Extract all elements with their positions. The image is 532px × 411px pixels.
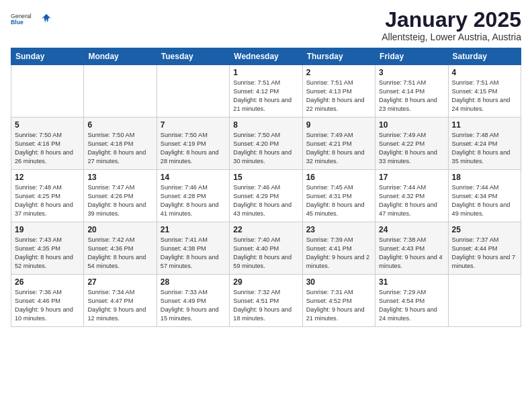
table-row bbox=[448, 275, 521, 327]
day-number: 16 bbox=[306, 173, 371, 182]
day-content: Sunrise: 7:49 AM Sunset: 4:21 PM Dayligh… bbox=[306, 131, 371, 166]
header: General Blue January 2025 Allentsteig, L… bbox=[11, 8, 521, 42]
day-content: Sunrise: 7:39 AM Sunset: 4:41 PM Dayligh… bbox=[306, 236, 371, 271]
day-number: 27 bbox=[87, 277, 152, 287]
day-number: 13 bbox=[87, 173, 152, 182]
table-row: 18Sunrise: 7:44 AM Sunset: 4:34 PM Dayli… bbox=[448, 170, 521, 222]
table-row: 7Sunrise: 7:50 AM Sunset: 4:19 PM Daylig… bbox=[157, 118, 229, 170]
table-row: 10Sunrise: 7:49 AM Sunset: 4:22 PM Dayli… bbox=[375, 118, 448, 170]
calendar-week-3: 12Sunrise: 7:48 AM Sunset: 4:25 PM Dayli… bbox=[11, 170, 521, 222]
table-row: 22Sunrise: 7:40 AM Sunset: 4:40 PM Dayli… bbox=[230, 222, 302, 275]
day-number: 14 bbox=[161, 173, 226, 182]
day-content: Sunrise: 7:32 AM Sunset: 4:51 PM Dayligh… bbox=[233, 288, 298, 323]
table-row: 30Sunrise: 7:31 AM Sunset: 4:52 PM Dayli… bbox=[302, 275, 375, 327]
day-number: 8 bbox=[233, 120, 298, 130]
calendar-table: Sunday Monday Tuesday Wednesday Thursday… bbox=[11, 48, 521, 327]
col-thursday: Thursday bbox=[302, 48, 375, 65]
day-content: Sunrise: 7:51 AM Sunset: 4:15 PM Dayligh… bbox=[452, 79, 517, 113]
location-title: Allentsteig, Lower Austria, Austria bbox=[382, 32, 521, 42]
svg-text:Blue: Blue bbox=[11, 19, 24, 26]
col-wednesday: Wednesday bbox=[230, 48, 302, 65]
table-row: 13Sunrise: 7:47 AM Sunset: 4:26 PM Dayli… bbox=[84, 170, 157, 222]
table-row: 6Sunrise: 7:50 AM Sunset: 4:18 PM Daylig… bbox=[84, 118, 157, 170]
day-number: 28 bbox=[161, 277, 226, 287]
table-row: 3Sunrise: 7:51 AM Sunset: 4:14 PM Daylig… bbox=[375, 65, 448, 118]
col-friday: Friday bbox=[375, 48, 448, 65]
logo: General Blue bbox=[11, 8, 52, 30]
day-number: 29 bbox=[233, 277, 298, 287]
calendar-week-1: 1Sunrise: 7:51 AM Sunset: 4:12 PM Daylig… bbox=[11, 65, 521, 118]
table-row bbox=[157, 65, 229, 118]
day-content: Sunrise: 7:38 AM Sunset: 4:43 PM Dayligh… bbox=[379, 236, 444, 271]
day-content: Sunrise: 7:50 AM Sunset: 4:20 PM Dayligh… bbox=[233, 131, 298, 166]
day-number: 20 bbox=[87, 225, 152, 234]
logo-bird-icon bbox=[40, 13, 52, 25]
day-content: Sunrise: 7:43 AM Sunset: 4:35 PM Dayligh… bbox=[15, 236, 80, 271]
day-content: Sunrise: 7:34 AM Sunset: 4:47 PM Dayligh… bbox=[87, 288, 152, 323]
calendar-week-2: 5Sunrise: 7:50 AM Sunset: 4:16 PM Daylig… bbox=[11, 118, 521, 170]
day-content: Sunrise: 7:40 AM Sunset: 4:40 PM Dayligh… bbox=[233, 236, 298, 271]
day-number: 11 bbox=[452, 120, 517, 130]
table-row bbox=[84, 65, 157, 118]
table-row: 15Sunrise: 7:46 AM Sunset: 4:29 PM Dayli… bbox=[230, 170, 302, 222]
table-row: 8Sunrise: 7:50 AM Sunset: 4:20 PM Daylig… bbox=[230, 118, 302, 170]
table-row: 26Sunrise: 7:36 AM Sunset: 4:46 PM Dayli… bbox=[11, 275, 84, 327]
calendar-header-row: Sunday Monday Tuesday Wednesday Thursday… bbox=[11, 48, 521, 65]
table-row: 17Sunrise: 7:44 AM Sunset: 4:32 PM Dayli… bbox=[375, 170, 448, 222]
day-content: Sunrise: 7:45 AM Sunset: 4:31 PM Dayligh… bbox=[306, 183, 371, 218]
day-content: Sunrise: 7:47 AM Sunset: 4:26 PM Dayligh… bbox=[87, 183, 152, 218]
day-number: 12 bbox=[15, 173, 80, 182]
day-content: Sunrise: 7:42 AM Sunset: 4:36 PM Dayligh… bbox=[87, 236, 152, 271]
day-content: Sunrise: 7:46 AM Sunset: 4:29 PM Dayligh… bbox=[233, 183, 298, 218]
day-number: 6 bbox=[87, 120, 152, 130]
svg-text:General: General bbox=[11, 13, 32, 19]
svg-marker-2 bbox=[42, 14, 51, 23]
table-row: 31Sunrise: 7:29 AM Sunset: 4:54 PM Dayli… bbox=[375, 275, 448, 327]
day-number: 1 bbox=[233, 68, 298, 77]
table-row: 1Sunrise: 7:51 AM Sunset: 4:12 PM Daylig… bbox=[230, 65, 302, 118]
page-container: General Blue January 2025 Allentsteig, L… bbox=[0, 0, 532, 332]
day-number: 19 bbox=[15, 225, 80, 234]
day-content: Sunrise: 7:48 AM Sunset: 4:24 PM Dayligh… bbox=[452, 131, 517, 166]
col-sunday: Sunday bbox=[11, 48, 84, 65]
calendar-week-5: 26Sunrise: 7:36 AM Sunset: 4:46 PM Dayli… bbox=[11, 275, 521, 327]
day-content: Sunrise: 7:51 AM Sunset: 4:13 PM Dayligh… bbox=[306, 79, 371, 113]
day-number: 10 bbox=[379, 120, 444, 130]
table-row: 27Sunrise: 7:34 AM Sunset: 4:47 PM Dayli… bbox=[84, 275, 157, 327]
day-content: Sunrise: 7:49 AM Sunset: 4:22 PM Dayligh… bbox=[379, 131, 444, 166]
day-number: 17 bbox=[379, 173, 444, 182]
day-number: 2 bbox=[306, 68, 371, 77]
day-content: Sunrise: 7:46 AM Sunset: 4:28 PM Dayligh… bbox=[161, 183, 226, 218]
title-section: January 2025 Allentsteig, Lower Austria,… bbox=[382, 8, 521, 42]
day-content: Sunrise: 7:33 AM Sunset: 4:49 PM Dayligh… bbox=[161, 288, 226, 323]
table-row: 23Sunrise: 7:39 AM Sunset: 4:41 PM Dayli… bbox=[302, 222, 375, 275]
table-row: 5Sunrise: 7:50 AM Sunset: 4:16 PM Daylig… bbox=[11, 118, 84, 170]
table-row bbox=[11, 65, 84, 118]
day-content: Sunrise: 7:31 AM Sunset: 4:52 PM Dayligh… bbox=[306, 288, 371, 323]
day-number: 23 bbox=[306, 225, 371, 234]
table-row: 12Sunrise: 7:48 AM Sunset: 4:25 PM Dayli… bbox=[11, 170, 84, 222]
table-row: 16Sunrise: 7:45 AM Sunset: 4:31 PM Dayli… bbox=[302, 170, 375, 222]
day-content: Sunrise: 7:51 AM Sunset: 4:14 PM Dayligh… bbox=[379, 79, 444, 113]
day-content: Sunrise: 7:50 AM Sunset: 4:18 PM Dayligh… bbox=[87, 131, 152, 166]
table-row: 20Sunrise: 7:42 AM Sunset: 4:36 PM Dayli… bbox=[84, 222, 157, 275]
day-content: Sunrise: 7:50 AM Sunset: 4:16 PM Dayligh… bbox=[15, 131, 80, 166]
day-number: 3 bbox=[379, 68, 444, 77]
day-number: 15 bbox=[233, 173, 298, 182]
table-row: 19Sunrise: 7:43 AM Sunset: 4:35 PM Dayli… bbox=[11, 222, 84, 275]
table-row: 25Sunrise: 7:37 AM Sunset: 4:44 PM Dayli… bbox=[448, 222, 521, 275]
day-content: Sunrise: 7:48 AM Sunset: 4:25 PM Dayligh… bbox=[15, 183, 80, 218]
table-row: 29Sunrise: 7:32 AM Sunset: 4:51 PM Dayli… bbox=[230, 275, 302, 327]
day-content: Sunrise: 7:29 AM Sunset: 4:54 PM Dayligh… bbox=[379, 288, 444, 323]
month-title: January 2025 bbox=[382, 8, 521, 32]
day-number: 22 bbox=[233, 225, 298, 234]
day-content: Sunrise: 7:44 AM Sunset: 4:34 PM Dayligh… bbox=[452, 183, 517, 218]
day-number: 7 bbox=[161, 120, 226, 130]
day-content: Sunrise: 7:44 AM Sunset: 4:32 PM Dayligh… bbox=[379, 183, 444, 218]
col-saturday: Saturday bbox=[448, 48, 521, 65]
calendar-week-4: 19Sunrise: 7:43 AM Sunset: 4:35 PM Dayli… bbox=[11, 222, 521, 275]
table-row: 11Sunrise: 7:48 AM Sunset: 4:24 PM Dayli… bbox=[448, 118, 521, 170]
table-row: 28Sunrise: 7:33 AM Sunset: 4:49 PM Dayli… bbox=[157, 275, 229, 327]
table-row: 14Sunrise: 7:46 AM Sunset: 4:28 PM Dayli… bbox=[157, 170, 229, 222]
day-number: 9 bbox=[306, 120, 371, 130]
